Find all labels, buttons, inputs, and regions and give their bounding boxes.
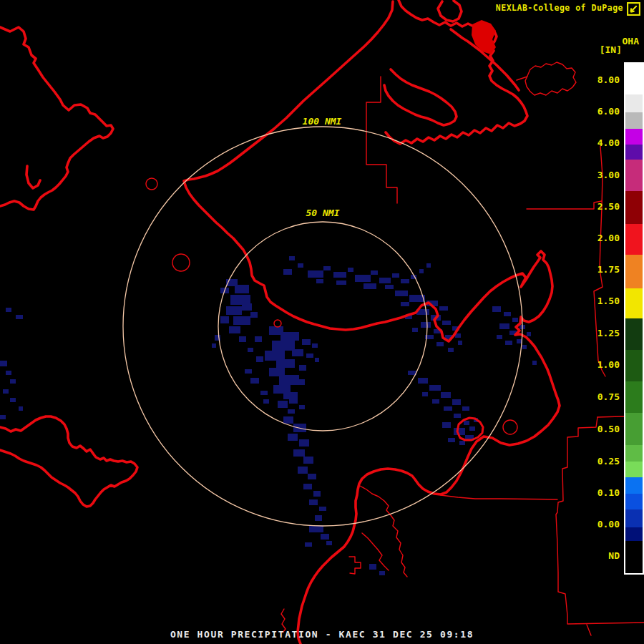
precip-cell	[512, 318, 518, 322]
precip-cell	[321, 534, 329, 540]
coastline-hook-inlet	[26, 166, 40, 188]
precip-cell	[288, 409, 295, 414]
precip-cell	[289, 398, 298, 404]
precip-cell	[522, 345, 527, 349]
island-circle-2	[172, 254, 190, 271]
precip-cell	[283, 269, 292, 275]
precip-cell	[239, 336, 246, 342]
precip-cell	[293, 449, 305, 457]
precip-cell	[272, 341, 295, 351]
precip-cell	[442, 422, 451, 428]
colorbar-segment	[625, 94, 643, 112]
precip-cell	[235, 285, 249, 293]
colorbar-segment	[625, 160, 643, 191]
coastline-bay-shore	[384, 69, 457, 125]
precip-cell	[527, 332, 531, 336]
precip-cell	[315, 515, 322, 521]
precip-cell	[371, 270, 378, 275]
precip-cell	[308, 270, 323, 278]
precip-cell	[0, 361, 7, 366]
map-outline-layer	[0, 0, 644, 644]
precip-cell	[315, 358, 319, 362]
colorbar-segment	[625, 462, 643, 477]
precip-cell	[355, 275, 371, 282]
precip-cell	[16, 315, 23, 319]
precip-cell	[426, 263, 431, 268]
colorbar-segment	[625, 288, 643, 318]
colorbar-segment	[625, 64, 643, 94]
colorbar-label: 0.25	[570, 456, 620, 467]
precip-cell	[298, 467, 308, 474]
precip-cell	[336, 280, 346, 285]
precip-cell	[448, 348, 454, 352]
precip-cell	[296, 379, 305, 385]
precip-cell	[3, 389, 9, 394]
precip-cell	[212, 343, 216, 348]
coastline-upper-left	[0, 27, 113, 210]
precip-cell	[464, 421, 469, 425]
colorbar-label: 4.00	[570, 137, 620, 148]
precip-cell	[436, 342, 444, 346]
range-ring-label-50nmi: 50 NMI	[296, 208, 350, 218]
precip-cell	[319, 507, 326, 511]
island-circle-4	[274, 320, 281, 327]
colorbar-segment	[625, 129, 643, 145]
precip-cell	[429, 385, 441, 391]
precip-cell	[10, 398, 16, 402]
precip-cell	[309, 499, 318, 505]
precip-cell	[532, 361, 537, 365]
precip-cell	[255, 336, 262, 342]
colorbar-segment	[625, 445, 643, 462]
precip-cell	[250, 312, 258, 318]
precip-cell	[6, 308, 11, 312]
precip-cell	[0, 415, 6, 419]
precip-cell	[452, 399, 461, 405]
precip-cell	[288, 434, 298, 441]
precip-cell	[316, 279, 323, 283]
precip-cell	[323, 266, 331, 270]
precip-cell	[458, 341, 462, 345]
precip-cell	[226, 306, 242, 315]
colorbar-label: 1.25	[570, 328, 620, 338]
precip-cell	[248, 348, 253, 352]
colorbar-label: 1.75	[570, 264, 620, 275]
colorbar-label: 8.00	[570, 74, 620, 85]
precip-cell	[245, 369, 252, 374]
precip-cell	[265, 351, 285, 361]
product-caption: ONE HOUR PRECIPITATION - KAEC 31 DEC 25 …	[0, 629, 644, 640]
precip-cell	[242, 303, 252, 311]
precip-cell	[432, 399, 439, 404]
precip-cell	[220, 316, 229, 323]
precip-cell	[422, 392, 428, 396]
precip-cell	[442, 321, 451, 325]
precip-cell	[305, 542, 312, 547]
product-units-label: [IN]	[600, 44, 622, 55]
colorbar-label: 0.50	[570, 424, 620, 434]
precip-cell	[6, 371, 11, 375]
colorbar-segment	[625, 541, 643, 572]
colorbar-label: 3.00	[570, 170, 620, 180]
island-circle-1	[146, 178, 157, 190]
precip-cell	[392, 273, 399, 278]
precip-cell	[308, 474, 316, 479]
product-code-label: OHA	[623, 36, 639, 47]
precip-cell	[283, 416, 293, 424]
colorbar-segment	[625, 112, 643, 129]
precip-cell	[401, 279, 409, 283]
colorbar-segment	[625, 191, 643, 224]
coastline-lower-left	[0, 416, 137, 507]
precip-cell	[504, 312, 511, 316]
precip-cell	[379, 571, 385, 575]
colorbar-label: 1.00	[570, 359, 620, 370]
colorbar-segment	[625, 318, 643, 350]
boundary-east-vertical	[594, 146, 605, 376]
colorbar-label: 2.00	[570, 233, 620, 243]
river-estuary-1	[360, 486, 407, 577]
radar-map-canvas	[0, 0, 644, 644]
precip-cell	[364, 283, 376, 289]
island-top-right-outline	[525, 62, 576, 95]
colorbar-label: 0.10	[570, 487, 620, 498]
colorbar-label: ND	[570, 550, 620, 561]
precip-cell	[469, 426, 475, 431]
precip-cell	[419, 269, 424, 273]
